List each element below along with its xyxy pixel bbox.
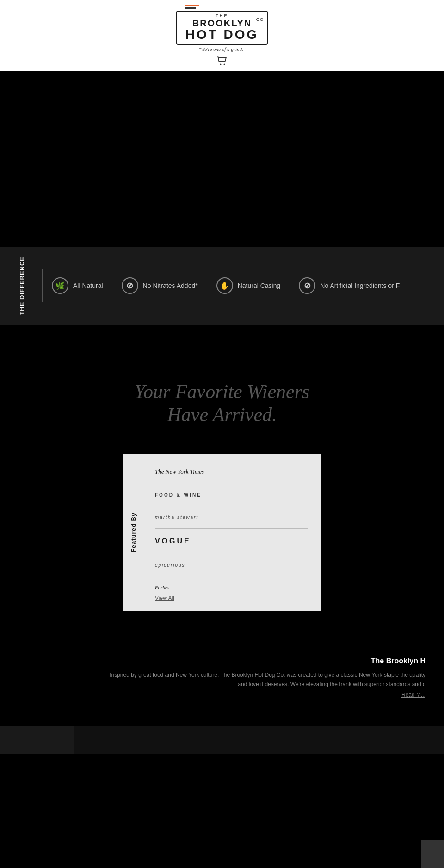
featured-logos: The New York Times FOOD & WINE martha st… <box>155 468 308 590</box>
logo-the: THE <box>216 13 228 18</box>
logo-co: CO <box>256 17 265 22</box>
logo-hotdog: HOT DOG <box>185 28 259 41</box>
logo-line-orange <box>185 5 199 6</box>
favorite-title-line1: Your Favorite Wieners <box>135 381 310 402</box>
cart-icon <box>216 56 228 66</box>
featured-divider-5 <box>155 576 308 576</box>
favorites-section: Your Favorite Wieners Have Arrived. Feat… <box>0 325 444 726</box>
featured-logo-epicurious: epicurious <box>155 562 308 568</box>
logo-brooklyn: BROOKLYN <box>192 18 252 28</box>
natural-casing-label: Natural Casing <box>238 282 281 289</box>
difference-item-natural-casing: ✋ Natural Casing <box>216 277 281 294</box>
featured-logo-nyt: The New York Times <box>155 468 308 475</box>
difference-item-all-natural: 🌿 All Natural <box>52 277 103 294</box>
no-artificial-label: No Artificial Ingredients or F <box>320 282 400 289</box>
difference-label-wrap: The Difference <box>0 247 52 325</box>
difference-item-no-nitrates: ⊘ No Nitrates Added* <box>122 277 198 294</box>
featured-logo-vogue: VOGUE <box>155 537 308 545</box>
featured-logo-martha: martha stewart <box>155 515 308 520</box>
difference-divider <box>42 269 43 302</box>
cart-icon-area[interactable] <box>216 56 228 68</box>
difference-bar: The Difference 🌿 All Natural ⊘ No Nitrat… <box>0 247 444 325</box>
featured-divider-1 <box>155 484 308 484</box>
featured-divider-3 <box>155 528 308 529</box>
favorite-title: Your Favorite Wieners Have Arrived. <box>18 380 426 427</box>
featured-divider-2 <box>155 506 308 506</box>
all-natural-icon: 🌿 <box>52 277 68 294</box>
difference-items: 🌿 All Natural ⊘ No Nitrates Added* ✋ Nat… <box>52 277 444 294</box>
svg-point-1 <box>224 64 225 65</box>
natural-casing-icon: ✋ <box>216 277 233 294</box>
favorite-title-line2: Have Arrived. <box>167 404 277 425</box>
footer-left <box>0 726 74 754</box>
about-section: The Brooklyn H Inspired by great food an… <box>0 638 444 725</box>
difference-label: The Difference <box>18 256 25 315</box>
featured-card: Featured By The New York Times FOOD & WI… <box>123 454 321 611</box>
logo-line-dark <box>185 7 196 9</box>
featured-logo-forbes: Forbes <box>155 585 308 590</box>
logo-badge: CO THE BROOKLYN HOT DOG <box>176 11 268 45</box>
site-footer <box>0 726 444 754</box>
no-artificial-icon: ⊘ <box>299 277 315 294</box>
logo-lines <box>185 5 199 9</box>
svg-point-0 <box>220 64 222 65</box>
view-all-link[interactable]: View All <box>155 595 174 601</box>
featured-divider-4 <box>155 554 308 554</box>
logo-area: CO THE BROOKLYN HOT DOG "We're one of a … <box>176 5 268 52</box>
featured-by-label: Featured By <box>130 512 137 552</box>
featured-logo-food: FOOD & WINE <box>155 493 308 498</box>
featured-card-area: Featured By The New York Times FOOD & WI… <box>0 445 444 638</box>
about-body: Inspired by great food and New York cult… <box>102 671 426 688</box>
site-header: CO THE BROOKLYN HOT DOG "We're one of a … <box>0 0 444 71</box>
favorite-heading: Your Favorite Wieners Have Arrived. <box>0 352 444 445</box>
no-nitrates-icon: ⊘ <box>122 277 138 294</box>
no-nitrates-label: No Nitrates Added* <box>143 282 198 289</box>
all-natural-label: All Natural <box>73 282 103 289</box>
hero-section <box>0 71 444 247</box>
about-title: The Brooklyn H <box>18 657 426 665</box>
read-more-link[interactable]: Read M... <box>18 692 426 698</box>
difference-item-no-artificial: ⊘ No Artificial Ingredients or F <box>299 277 400 294</box>
logo-tagline: "We're one of a grind." <box>199 46 246 52</box>
footer-button[interactable] <box>421 840 444 868</box>
